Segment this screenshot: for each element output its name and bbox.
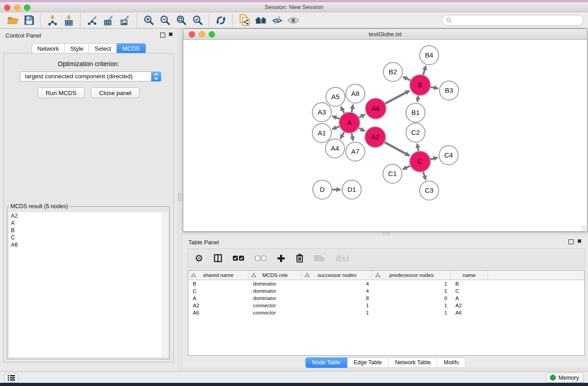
network-window-titlebar[interactable]: testGlobe.txt <box>183 29 587 40</box>
column-header[interactable]: shared name <box>188 271 249 280</box>
deselect-all-button[interactable] <box>255 255 267 262</box>
result-item[interactable]: A2 <box>9 212 162 219</box>
run-mcds-button[interactable]: Run MCDS <box>38 87 85 98</box>
graph-node-B4[interactable]: B4 <box>420 46 439 65</box>
graph-node-A6[interactable]: A6 <box>365 98 386 119</box>
zoom-fit-button[interactable] <box>173 13 189 28</box>
tab-motifs[interactable]: Motifs <box>437 357 465 368</box>
graph-node-A4[interactable]: A4 <box>325 139 344 158</box>
export-network-button[interactable] <box>84 13 100 28</box>
table-cell[interactable]: 1 <box>302 310 373 315</box>
graph-node-C3[interactable]: C3 <box>420 181 439 200</box>
split-columns-button[interactable] <box>214 254 222 262</box>
result-item[interactable]: A6 <box>9 241 162 248</box>
add-row-button[interactable] <box>277 254 285 262</box>
zoom-in-button[interactable] <box>140 13 157 28</box>
table-cell[interactable]: 1 <box>373 310 451 315</box>
copy-session-button[interactable] <box>236 13 253 28</box>
birdseye-button[interactable] <box>285 13 301 28</box>
close-window-button[interactable] <box>4 5 10 11</box>
table-cell[interactable]: A <box>451 295 488 301</box>
graph-node-A2[interactable]: A2 <box>365 127 386 148</box>
close-panel-button[interactable]: Close panel <box>91 87 139 98</box>
graph-node-A5[interactable]: A5 <box>326 87 345 106</box>
table-cell[interactable]: A <box>188 295 249 301</box>
table-row[interactable]: Adominator80A <box>188 295 584 302</box>
minimize-window-button[interactable] <box>14 5 20 11</box>
table-cell[interactable]: C <box>451 288 488 294</box>
table-cell[interactable]: 0 <box>373 295 451 301</box>
column-header[interactable]: MCDS role <box>249 271 302 280</box>
graph-node-B[interactable]: B <box>410 75 430 95</box>
close-panel-icon[interactable]: ✖ <box>168 31 173 38</box>
tab-network[interactable]: Network <box>31 43 65 54</box>
refresh-button[interactable] <box>213 13 229 28</box>
close-panel-icon[interactable]: ✖ <box>577 238 582 244</box>
tab-mcds[interactable]: MCDS <box>117 43 145 54</box>
graph-node-B2[interactable]: B2 <box>383 62 402 81</box>
table-cell[interactable]: 1 <box>373 281 451 286</box>
table-cell[interactable]: A2 <box>188 303 249 308</box>
network-zoom-button[interactable] <box>209 31 215 38</box>
table-cell[interactable]: connector <box>249 310 302 315</box>
tab-network-table[interactable]: Network Table <box>389 357 438 368</box>
graph-node-C2[interactable]: C2 <box>406 123 425 142</box>
task-history-button[interactable] <box>5 373 18 383</box>
table-row[interactable]: Bdominator41B <box>188 280 584 287</box>
network-close-button[interactable] <box>189 31 195 38</box>
table-cell[interactable]: B <box>188 281 249 286</box>
table-cell[interactable]: 4 <box>302 288 373 294</box>
tab-style[interactable]: Style <box>65 43 89 54</box>
graph-node-A3[interactable]: A3 <box>312 103 331 122</box>
open-session-button[interactable] <box>5 13 21 28</box>
float-panel-icon[interactable] <box>569 239 574 244</box>
table-cell[interactable]: 1 <box>373 288 451 294</box>
table-cell[interactable]: connector <box>249 303 302 308</box>
select-all-button[interactable] <box>233 255 244 262</box>
table-row[interactable]: A6connector11A6 <box>188 309 584 316</box>
home-button[interactable] <box>253 13 269 28</box>
table-cell[interactable]: dominator <box>249 288 302 294</box>
graph-node-A8[interactable]: A8 <box>346 84 365 103</box>
hide-graphics-button[interactable] <box>269 13 285 28</box>
graph-node-D1[interactable]: D1 <box>342 180 361 199</box>
export-image-button[interactable] <box>117 13 133 28</box>
tab-select[interactable]: Select <box>89 43 117 54</box>
graph-node-C1[interactable]: C1 <box>383 164 402 183</box>
result-item[interactable]: A <box>9 219 162 227</box>
graph-node-A7[interactable]: A7 <box>346 142 365 161</box>
table-row[interactable]: Cdominator41C <box>188 287 584 295</box>
column-header[interactable]: name <box>451 271 488 280</box>
import-network-button[interactable] <box>44 13 61 28</box>
save-session-button[interactable] <box>21 13 37 28</box>
graph-node-B3[interactable]: B3 <box>440 81 459 100</box>
table-cell[interactable]: B <box>451 281 488 286</box>
table-row[interactable]: A2connector11A2 <box>188 302 584 309</box>
tab-edge-table[interactable]: Edge Table <box>347 357 388 368</box>
network-graph[interactable]: AA1A2A3A4A5A6A7A8BB1B2B3B4CC1C2C3C4DD1 <box>183 40 587 232</box>
zoom-selected-button[interactable] <box>189 13 206 28</box>
network-canvas[interactable]: AA1A2A3A4A5A6A7A8BB1B2B3B4CC1C2C3C4DD1 <box>183 40 587 231</box>
criterion-select[interactable]: largest connected component (directed) <box>20 71 161 81</box>
table-cell[interactable]: A6 <box>188 310 249 315</box>
column-header[interactable]: predecessor nodes <box>373 271 451 280</box>
graph-node-A[interactable]: A <box>339 112 360 133</box>
graph-node-C[interactable]: C <box>410 151 430 172</box>
result-item[interactable]: C <box>9 234 162 241</box>
table-cell[interactable]: 8 <box>302 295 373 301</box>
table-cell[interactable]: dominator <box>249 295 302 301</box>
table-cell[interactable]: dominator <box>249 281 302 286</box>
delete-rows-button[interactable] <box>296 253 304 263</box>
import-table-button[interactable] <box>61 13 77 28</box>
float-panel-icon[interactable] <box>160 33 165 38</box>
table-cell[interactable]: A6 <box>451 310 488 315</box>
tab-node-table[interactable]: Node Table <box>305 357 347 368</box>
network-minimize-button[interactable] <box>199 31 205 38</box>
column-header[interactable]: successor nodes <box>302 271 373 280</box>
table-cell[interactable]: 4 <box>302 281 373 286</box>
window-resize-grip[interactable] <box>581 225 587 231</box>
graph-node-A1[interactable]: A1 <box>312 124 331 143</box>
table-cell[interactable]: A2 <box>451 303 488 308</box>
table-cell[interactable]: C <box>188 288 249 294</box>
result-item[interactable]: B <box>9 227 162 234</box>
